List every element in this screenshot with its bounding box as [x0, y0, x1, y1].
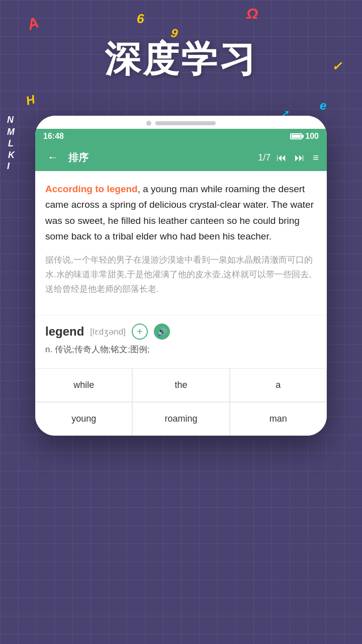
deco-checkmark: ✓: [332, 59, 342, 73]
menu-button[interactable]: ≡: [313, 152, 319, 164]
word-choice-man[interactable]: man: [230, 403, 326, 435]
deco-letter-k: K: [8, 150, 15, 160]
status-time: 16:48: [43, 132, 64, 141]
chinese-translation: 据传说,一个年轻的男子在漫游沙漠途中看到一泉如水晶般清澈而可口的水.水的味道非常…: [45, 253, 317, 297]
deco-letter-l: L: [8, 138, 14, 149]
back-button[interactable]: ←: [43, 149, 62, 166]
dict-definition: n. 传说;传奇人物;铭文;图例;: [45, 344, 317, 355]
nav-icons: ⏮ ⏭ ≡: [277, 152, 319, 164]
deco-letter-m: M: [7, 127, 15, 137]
battery-level: 100: [305, 132, 319, 141]
phone-mockup: 16:48 100 ← 排序 1/7 ⏮ ⏭ ≡ According to le…: [35, 116, 327, 436]
word-choice-roaming[interactable]: roaming: [133, 403, 229, 435]
page-title: 深度学习: [0, 35, 362, 84]
word-choice-the[interactable]: the: [133, 369, 229, 401]
deco-letter-omega: Ω: [246, 5, 258, 22]
passage-text: According to legend, a young man while r…: [45, 181, 317, 244]
deco-letter-6: 6: [137, 11, 144, 27]
dict-word: legend: [45, 325, 84, 339]
phone-notch-dot: [146, 121, 151, 126]
deco-letter-n: N: [7, 115, 14, 125]
dict-word-row: legend [lɛdʒənd] + 🔊: [45, 324, 317, 340]
status-bar: 16:48 100: [35, 129, 327, 144]
deco-letter-i: I: [7, 161, 10, 172]
battery-icon: [290, 133, 302, 139]
nav-bar: ← 排序 1/7 ⏮ ⏭ ≡: [35, 144, 327, 171]
word-choice-young[interactable]: young: [36, 403, 132, 435]
passage-highlight: According to legend: [45, 184, 138, 194]
word-choice-while[interactable]: while: [36, 369, 132, 401]
phone-notch-bar: [155, 121, 216, 125]
dict-add-button[interactable]: +: [132, 324, 148, 340]
phone-top-bar: [35, 116, 327, 129]
deco-letter-h: H: [25, 92, 37, 108]
content-area: According to legend, a young man while r…: [35, 171, 327, 315]
dict-phonetic: [lɛdʒənd]: [90, 327, 126, 337]
word-choice-a[interactable]: a: [230, 369, 326, 401]
prev-button[interactable]: ⏮: [277, 152, 287, 164]
dictionary-section: legend [lɛdʒənd] + 🔊 n. 传说;传奇人物;铭文;图例;: [35, 315, 327, 368]
deco-letter-e: e: [320, 99, 326, 113]
dict-sound-button[interactable]: 🔊: [154, 324, 170, 340]
status-right: 100: [290, 132, 319, 141]
page-indicator: 1/7: [258, 152, 270, 163]
nav-title: 排序: [68, 151, 252, 165]
word-choice-grid: while the a young roaming man: [35, 368, 327, 436]
next-button[interactable]: ⏭: [295, 152, 305, 164]
